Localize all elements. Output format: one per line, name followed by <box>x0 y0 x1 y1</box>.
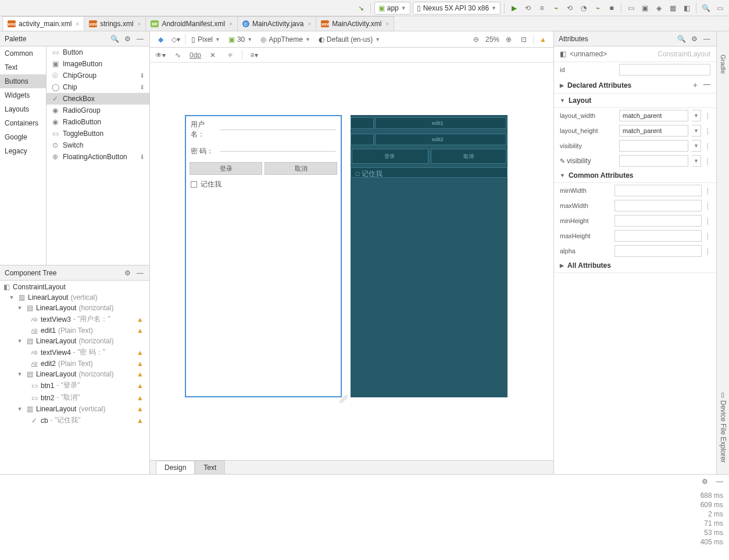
locale-select[interactable]: ◐Default (en-us)▼ <box>316 34 383 45</box>
design-tab[interactable]: Design <box>156 461 195 474</box>
tree-node[interactable]: ✓cb- "记住我"▲ <box>0 414 149 426</box>
dropdown-icon[interactable]: ▼ <box>692 140 701 152</box>
tree-node[interactable]: ▭btn2- "取消"▲ <box>0 392 149 404</box>
collapse-icon[interactable]: ▼ <box>16 371 23 377</box>
zoom-out-icon[interactable]: ⊖ <box>470 34 482 45</box>
declared-attributes-section[interactable]: ▶ Declared Attributes ＋— <box>554 77 716 94</box>
resource-picker-icon[interactable]: | <box>705 127 710 135</box>
palette-item[interactable]: ◉RadioGroup <box>47 105 149 116</box>
tree-node[interactable]: Abedit2(Plain Text)▲ <box>0 358 149 369</box>
zoom-in-icon[interactable]: ⊕ <box>503 34 514 45</box>
tree-node[interactable]: ◧ConstraintLayout <box>0 282 149 292</box>
sdk-icon[interactable]: ▣ <box>639 2 651 14</box>
apply-code-icon[interactable]: ≡ <box>536 2 548 14</box>
palette-category[interactable]: Buttons <box>0 74 46 88</box>
clear-constraints-icon[interactable]: ✕ <box>207 49 219 61</box>
resource-picker-icon[interactable]: | <box>705 142 710 150</box>
warning-icon[interactable]: ▲ <box>137 315 144 324</box>
visibility-input[interactable] <box>619 140 688 152</box>
run-icon[interactable]: ▶ <box>508 2 520 14</box>
resource-icon[interactable]: ◈ <box>653 2 664 14</box>
assistant-icon[interactable]: ◧ <box>681 2 692 14</box>
editor-tab[interactable]: xml MainActivity.xml × <box>316 16 394 31</box>
close-icon[interactable]: × <box>76 21 79 27</box>
palette-category[interactable]: Common <box>0 46 46 60</box>
warning-icon[interactable]: ▲ <box>137 417 144 425</box>
orientation-icon[interactable]: ◇▾ <box>170 34 181 45</box>
close-icon[interactable]: × <box>229 21 233 27</box>
editor-tab[interactable]: xml activity_main.xml × <box>2 16 84 31</box>
palette-category[interactable]: Legacy <box>0 144 46 158</box>
resource-picker-icon[interactable]: | <box>705 202 710 210</box>
warning-icon[interactable]: ▲ <box>137 405 144 413</box>
warning-icon[interactable]: ▲ <box>537 34 549 45</box>
debug-icon[interactable]: ⌁ <box>550 2 562 14</box>
tree-node[interactable]: AbtextView3- "用户名："▲ <box>0 313 149 325</box>
resource-picker-icon[interactable]: | <box>705 112 710 120</box>
editor-tab[interactable]: C MainActivity.java × <box>237 16 316 31</box>
dropdown-icon[interactable]: ▼ <box>692 155 701 167</box>
resource-picker-icon[interactable]: | <box>705 186 710 195</box>
blueprint-preview[interactable]: edit1 edit2 登录 取消 ☐ 记住我 <box>351 115 508 397</box>
design-canvas[interactable]: 用户名： 密 码： 登录 取消 记住我 edit1 <box>150 63 553 460</box>
palette-category[interactable]: Text <box>0 60 46 74</box>
minheight-input[interactable] <box>614 215 702 227</box>
editor-tab[interactable]: xml strings.xml × <box>84 16 146 31</box>
id-input[interactable] <box>619 64 710 76</box>
text-tab[interactable]: Text <box>195 461 225 474</box>
run-config-combo[interactable]: ▣ app ▼ <box>374 2 410 15</box>
palette-item[interactable]: ◉RadioButton <box>47 116 149 128</box>
warning-icon[interactable]: ▲ <box>137 349 144 357</box>
collapse-icon[interactable]: ▼ <box>16 305 23 311</box>
sync-icon[interactable]: ↘ <box>355 2 367 14</box>
download-icon[interactable]: ⬇ <box>140 72 145 80</box>
palette-category[interactable]: Widgets <box>0 88 46 102</box>
coverage-icon[interactable]: ⟲ <box>564 2 576 14</box>
resource-picker-icon[interactable]: | <box>705 232 710 240</box>
view-options-icon[interactable]: 👁▾ <box>155 49 166 61</box>
search-icon[interactable]: 🔍 <box>110 34 119 44</box>
collapse-icon[interactable]: ▼ <box>16 406 23 412</box>
device-select[interactable]: ▯Pixel▼ <box>189 34 223 45</box>
stop-icon[interactable]: ■ <box>606 2 617 14</box>
tree-node[interactable]: Abedit1(Plain Text)▲ <box>0 325 149 336</box>
default-margin[interactable]: 0dp <box>190 51 201 59</box>
maxheight-input[interactable] <box>614 230 702 242</box>
resource-picker-icon[interactable]: | <box>705 217 710 225</box>
minimize-icon[interactable]: — <box>715 477 724 486</box>
palette-item[interactable]: ⊕FloatingActionButton⬇ <box>47 151 149 163</box>
palette-item[interactable]: ▣ImageButton <box>47 58 149 70</box>
design-preview[interactable]: 用户名： 密 码： 登录 取消 记住我 <box>185 115 342 397</box>
palette-item[interactable]: ⦾ChipGroup⬇ <box>47 70 149 81</box>
close-icon[interactable]: × <box>385 21 389 27</box>
minimize-icon[interactable]: — <box>702 34 712 44</box>
palette-item[interactable]: ◯Chip⬇ <box>47 81 149 93</box>
tree-node[interactable]: ▼▤LinearLayout(horizontal)▲ <box>0 369 149 379</box>
layout-height-input[interactable]: match_parent <box>619 125 688 137</box>
avd-icon[interactable]: ▭ <box>625 2 637 14</box>
apply-changes-icon[interactable]: ⟲ <box>522 2 534 14</box>
tree-node[interactable]: ▼▥LinearLayout(vertical)▲ <box>0 404 149 414</box>
magnet-icon[interactable]: ∿ <box>172 49 184 61</box>
palette-category[interactable]: Containers <box>0 116 46 130</box>
minimize-icon[interactable]: — <box>135 268 145 278</box>
tree-node[interactable]: AbtextView4- "密 码："▲ <box>0 346 149 358</box>
infer-constraints-icon[interactable]: ✧ <box>224 49 236 61</box>
gear-icon[interactable]: ⚙ <box>700 477 709 486</box>
attach-icon[interactable]: ⌁ <box>592 2 603 14</box>
maxwidth-input[interactable] <box>614 200 702 211</box>
search-icon[interactable]: 🔍 <box>677 34 686 44</box>
tools-visibility-input[interactable] <box>619 155 688 167</box>
align-icon[interactable]: ≡▾ <box>248 49 260 61</box>
minimize-icon[interactable]: — <box>135 34 145 44</box>
palette-category[interactable]: Google <box>0 130 46 144</box>
close-icon[interactable]: × <box>308 21 311 27</box>
collapse-icon[interactable]: ▼ <box>16 338 23 344</box>
resource-picker-icon[interactable]: | <box>705 247 710 255</box>
all-attributes-section[interactable]: ▶ All Attributes <box>554 259 716 273</box>
search-icon[interactable]: 🔍 <box>700 2 712 14</box>
warning-icon[interactable]: ▲ <box>137 394 144 402</box>
palette-item[interactable]: ▭Button <box>47 46 149 58</box>
download-icon[interactable]: ⬇ <box>140 84 145 91</box>
alpha-input[interactable] <box>614 245 702 257</box>
